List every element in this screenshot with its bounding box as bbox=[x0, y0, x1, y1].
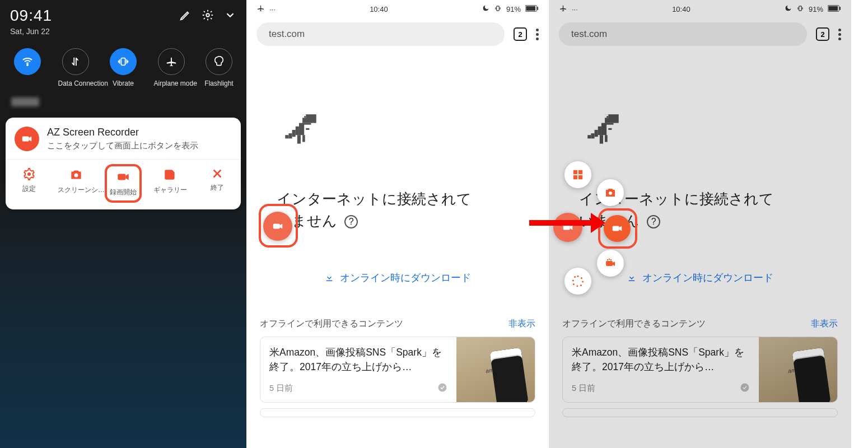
status-time: 10:40 bbox=[672, 5, 690, 13]
notification-message: ここをタップして画面上にボタンを表示 bbox=[47, 141, 198, 151]
svg-rect-17 bbox=[292, 130, 296, 137]
svg-rect-15 bbox=[299, 123, 304, 136]
action-settings[interactable]: 設定 bbox=[11, 164, 48, 197]
offline-article-card[interactable]: 米Amazon、画像投稿SNS「Spark」を終了。2017年の立ち上げから… … bbox=[260, 337, 535, 403]
svg-point-53 bbox=[577, 276, 578, 277]
more-icon: ··· bbox=[269, 5, 276, 13]
svg-point-57 bbox=[576, 285, 578, 287]
screenshot-notification-shade: 09:41 Sat, Jun 22 bbox=[0, 0, 246, 448]
svg-rect-37 bbox=[587, 135, 591, 138]
svg-rect-46 bbox=[578, 175, 582, 179]
download-when-online[interactable]: オンライン時にダウンロード bbox=[246, 271, 549, 284]
svg-rect-40 bbox=[608, 128, 612, 130]
offline-section-title: オフラインで利用できるコンテンツ bbox=[562, 318, 706, 330]
date: Sat, Jun 22 bbox=[10, 27, 52, 36]
svg-rect-9 bbox=[526, 6, 535, 10]
article-title: 米Amazon、画像投稿SNS「Spark」を終了。2017年の立ち上げから… bbox=[269, 345, 447, 375]
airplane-icon bbox=[559, 4, 567, 14]
screenshot-browser-fab-closed: ··· 10:40 91% test.com 2 インターネットに接続されて い… bbox=[246, 0, 549, 448]
svg-rect-44 bbox=[578, 170, 582, 174]
svg-point-58 bbox=[573, 283, 575, 285]
chevron-down-icon[interactable] bbox=[224, 9, 236, 21]
gear-icon[interactable] bbox=[202, 9, 214, 21]
tile-flashlight[interactable]: Flashlight bbox=[202, 48, 236, 87]
dino-icon bbox=[280, 111, 549, 155]
tile-data[interactable]: Data Connection bbox=[58, 48, 93, 87]
tab-switcher[interactable]: 2 bbox=[514, 27, 527, 41]
svg-point-52 bbox=[610, 259, 612, 260]
tab-switcher[interactable]: 2 bbox=[816, 27, 829, 41]
article-thumb: amazon bbox=[759, 337, 837, 402]
clock: 09:41 bbox=[10, 7, 52, 25]
vibrate-icon bbox=[494, 4, 502, 14]
help-icon[interactable]: ? bbox=[344, 215, 358, 228]
fab-screenshot[interactable] bbox=[597, 179, 624, 206]
svg-rect-28 bbox=[839, 7, 841, 10]
redacted-label bbox=[11, 97, 39, 106]
svg-point-50 bbox=[607, 259, 608, 260]
vibrate-icon bbox=[796, 4, 804, 14]
fab-toolbox[interactable] bbox=[564, 161, 591, 188]
overflow-menu-icon[interactable] bbox=[838, 29, 841, 40]
battery-icon bbox=[525, 5, 539, 13]
svg-point-23 bbox=[438, 383, 447, 391]
svg-rect-20 bbox=[297, 135, 301, 143]
tile-vibrate[interactable]: Vibrate bbox=[106, 48, 141, 87]
svg-rect-31 bbox=[606, 116, 608, 118]
help-icon[interactable]: ? bbox=[647, 215, 660, 228]
fab-live[interactable] bbox=[597, 250, 624, 277]
tile-wifi[interactable] bbox=[10, 48, 45, 87]
svg-rect-34 bbox=[598, 127, 601, 135]
svg-rect-22 bbox=[306, 128, 309, 130]
svg-point-60 bbox=[574, 276, 576, 278]
url-bar[interactable]: test.com bbox=[559, 22, 807, 46]
svg-point-59 bbox=[572, 279, 574, 281]
az-recorder-notification[interactable]: AZ Screen Recorder ここをタップして画面上にボタンを表示 設定… bbox=[6, 118, 241, 209]
tile-airplane[interactable]: Airplane mode bbox=[154, 48, 189, 87]
offline-article-card[interactable]: 米Amazon、画像投稿SNS「Spark」を終了。2017年の立ち上げから… … bbox=[562, 337, 838, 403]
svg-point-54 bbox=[581, 277, 582, 279]
moon-icon bbox=[785, 4, 792, 13]
url-bar[interactable]: test.com bbox=[256, 22, 505, 46]
svg-rect-38 bbox=[600, 135, 603, 143]
moon-icon bbox=[482, 4, 489, 13]
offline-heading: インターネットに接続されて いません ? bbox=[277, 188, 526, 232]
svg-rect-49 bbox=[606, 261, 613, 266]
svg-rect-21 bbox=[302, 135, 305, 142]
svg-point-41 bbox=[741, 383, 749, 391]
action-screenshot[interactable]: スクリーンシ… bbox=[58, 164, 95, 198]
next-card-peek bbox=[562, 408, 838, 417]
hide-link[interactable]: 非表示 bbox=[508, 318, 535, 330]
action-record-start[interactable]: 録画開始 bbox=[105, 164, 142, 203]
action-gallery[interactable]: ギャラリー bbox=[152, 164, 189, 198]
status-bar: ··· 10:40 91% bbox=[549, 0, 851, 18]
fab-settings[interactable] bbox=[564, 268, 591, 295]
svg-rect-18 bbox=[288, 133, 292, 138]
check-icon bbox=[437, 382, 447, 394]
svg-rect-2 bbox=[121, 58, 125, 66]
svg-rect-7 bbox=[497, 6, 500, 10]
offline-section-title: オフラインで利用できるコンテンツ bbox=[260, 318, 403, 330]
svg-rect-3 bbox=[22, 136, 29, 141]
notification-title: AZ Screen Recorder bbox=[47, 127, 198, 138]
svg-point-56 bbox=[580, 284, 582, 286]
svg-rect-16 bbox=[296, 127, 299, 135]
battery-pct: 91% bbox=[506, 5, 521, 13]
svg-rect-10 bbox=[537, 7, 538, 10]
svg-rect-25 bbox=[799, 6, 802, 10]
dino-icon bbox=[582, 111, 851, 155]
svg-rect-19 bbox=[285, 135, 288, 138]
download-when-online[interactable]: オンライン時にダウンロード bbox=[549, 271, 851, 284]
overflow-menu-icon[interactable] bbox=[536, 29, 539, 40]
quick-settings-tiles: Data Connection Vibrate Airplane mode Fl… bbox=[10, 48, 236, 87]
hide-link[interactable]: 非表示 bbox=[811, 318, 838, 330]
edit-icon[interactable] bbox=[179, 9, 192, 21]
svg-point-1 bbox=[27, 64, 28, 66]
article-age: 5 日前 bbox=[269, 383, 293, 394]
status-bar: ··· 10:40 91% bbox=[246, 0, 549, 18]
svg-point-4 bbox=[27, 172, 31, 176]
svg-point-5 bbox=[74, 174, 78, 178]
article-thumb: amazon bbox=[456, 337, 535, 402]
action-exit[interactable]: 終了 bbox=[199, 164, 236, 196]
article-title: 米Amazon、画像投稿SNS「Spark」を終了。2017年の立ち上げから… bbox=[572, 345, 750, 375]
